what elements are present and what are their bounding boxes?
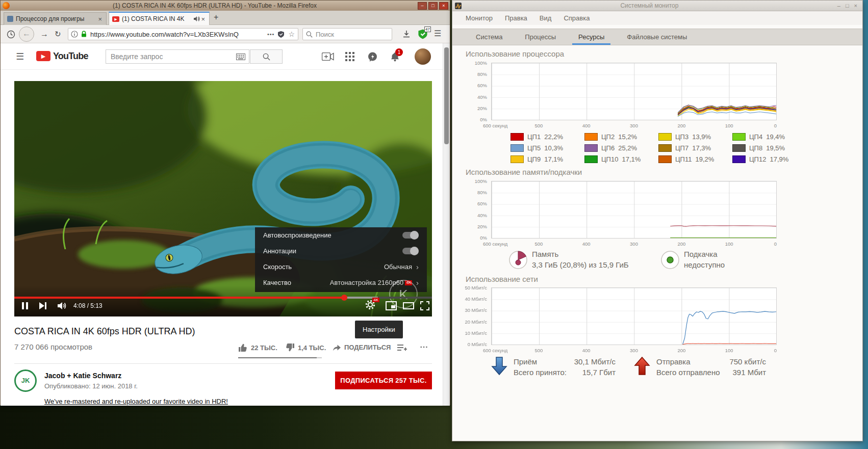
maximize-button[interactable]: □ xyxy=(428,2,438,10)
cpu-legend-item[interactable]: ЦП215,2% xyxy=(584,131,658,142)
pause-button[interactable] xyxy=(21,301,29,310)
extension-shield-icon[interactable] xyxy=(277,31,285,38)
next-button[interactable] xyxy=(39,301,47,310)
tab-close-icon[interactable]: × xyxy=(97,15,103,23)
page-info-icon[interactable] xyxy=(71,31,78,38)
tab-close-icon[interactable]: × xyxy=(200,15,206,23)
save-playlist-icon[interactable] xyxy=(397,344,407,352)
like-button[interactable]: 22 ТЫС. xyxy=(238,343,277,352)
scrollbar-thumb[interactable] xyxy=(444,47,449,144)
url-bar[interactable]: https://www.youtube.com/watch?v=LXb3EKWs… xyxy=(68,28,298,40)
legend-swatch xyxy=(584,133,598,141)
menu-monitor[interactable]: Монитор xyxy=(466,14,493,22)
swap-pie-icon xyxy=(660,250,680,270)
close-button[interactable]: × xyxy=(439,2,448,10)
youtube-logo-text[interactable]: YouTube xyxy=(53,51,88,62)
tab-label: Процессор для проигры xyxy=(16,15,94,22)
guide-hamburger-icon[interactable]: ☰ xyxy=(16,51,24,62)
cpu-legend-item[interactable]: ЦП917,1% xyxy=(510,153,584,165)
legend-swatch xyxy=(510,155,524,163)
cpu-y-axis: 100%80%60%40%20%0% xyxy=(455,63,491,120)
youtube-logo-icon[interactable]: ▶ xyxy=(36,51,50,61)
more-actions-icon[interactable]: ⋯ xyxy=(420,342,428,352)
cpu-legend-item[interactable]: ЦП625,2% xyxy=(584,142,658,153)
theater-mode-button[interactable] xyxy=(403,301,414,310)
minimize-button[interactable]: – xyxy=(837,3,840,9)
channel-avatar[interactable]: JK xyxy=(14,369,37,392)
account-avatar[interactable] xyxy=(415,48,431,65)
cpu-legend-item[interactable]: ЦП819,5% xyxy=(732,142,806,153)
notification-badge: 1 xyxy=(395,48,403,56)
cpu-legend-item[interactable]: ЦП419,4% xyxy=(732,131,806,142)
forward-button[interactable]: → xyxy=(40,30,48,39)
cpu-legend-item[interactable]: ЦП510,3% xyxy=(510,142,584,153)
bookmark-star-icon[interactable]: ☆ xyxy=(288,30,295,38)
cpu-legend-item[interactable]: ЦП122,2% xyxy=(510,131,584,142)
navigation-bar: ← → ↻ https://www.youtube.com/watch?v=LX… xyxy=(1,25,450,43)
progress-bar[interactable] xyxy=(14,297,432,299)
tab-system[interactable]: Система xyxy=(476,29,502,45)
menu-view[interactable]: Вид xyxy=(540,14,552,22)
menu-help[interactable]: Справка xyxy=(564,14,590,22)
reload-button[interactable]: ↻ xyxy=(55,30,61,39)
menu-hamburger-icon[interactable]: ☰ xyxy=(434,29,441,38)
tab-processes[interactable]: Процессы xyxy=(525,29,556,45)
autoplay-toggle[interactable] xyxy=(402,232,419,239)
receive-label: Приём xyxy=(514,357,537,366)
cpu-legend-item[interactable]: ЦП1217,9% xyxy=(732,153,806,165)
cpu-legend-item[interactable]: ЦП313,9% xyxy=(658,131,732,142)
menu-bar: Монитор Правка Вид Справка xyxy=(452,11,862,25)
minimize-button[interactable]: – xyxy=(418,2,427,10)
menu-label: Автовоспроизведение xyxy=(263,231,331,239)
tab-audio-icon[interactable] xyxy=(193,16,200,22)
keyboard-icon[interactable] xyxy=(236,54,245,60)
url-text[interactable]: https://www.youtube.com/watch?v=LXb3EKWs… xyxy=(90,31,264,38)
maximize-button[interactable]: □ xyxy=(846,3,849,9)
cpu-legend-item[interactable]: ЦП1017,1% xyxy=(584,153,658,165)
menu-edit[interactable]: Правка xyxy=(505,14,527,22)
tab-filesystems[interactable]: Файловые системы xyxy=(627,29,687,45)
dislike-button[interactable]: 1,4 ТЫС. xyxy=(285,343,326,352)
settings-gear-button[interactable]: 4K xyxy=(365,300,375,312)
tab-costa-rica-active[interactable]: ▶ (1) COSTA RICA IN 4K × xyxy=(109,12,210,25)
share-icon xyxy=(332,343,341,351)
new-tab-button[interactable]: + xyxy=(214,13,218,22)
youtube-search-input[interactable]: Введите запрос xyxy=(106,49,249,64)
miniplayer-button[interactable] xyxy=(386,301,397,310)
history-icon[interactable] xyxy=(7,30,15,39)
tab-resources[interactable]: Ресурсы xyxy=(578,29,604,45)
time-display: 4:08 / 5:13 xyxy=(73,302,103,309)
subscribe-button[interactable]: ПОДПИСАТЬСЯ 257 ТЫС. xyxy=(335,372,432,389)
page-actions-icon[interactable]: ••• xyxy=(267,31,275,37)
fullscreen-button[interactable] xyxy=(420,301,429,310)
video-description[interactable]: We've re-mastered and re-uploaded our fa… xyxy=(44,398,228,405)
download-icon[interactable] xyxy=(402,30,411,38)
apps-grid-icon[interactable] xyxy=(345,52,354,61)
upload-video-icon[interactable] xyxy=(322,52,334,61)
messages-icon[interactable] xyxy=(368,52,377,62)
notifications-bell-icon[interactable]: 1 xyxy=(390,51,400,64)
video-player[interactable]: Автовоспроизведение Аннотации Скорость О… xyxy=(14,81,432,316)
cpu-legend-item[interactable]: ЦП1119,2% xyxy=(658,153,732,165)
browser-search-box[interactable]: Поиск xyxy=(302,28,392,40)
cpu-legend-item[interactable]: ЦП717,3% xyxy=(658,142,732,153)
legend-swatch xyxy=(658,155,672,163)
tab-processor-article[interactable]: Процессор для проигры × xyxy=(4,12,107,25)
share-button[interactable]: ПОДЕЛИТЬСЯ xyxy=(332,343,391,351)
adblock-shield-icon[interactable]: 47 xyxy=(418,29,429,40)
sysmon-titlebar[interactable]: Системный монитор – □ × xyxy=(452,1,862,11)
youtube-search-button[interactable] xyxy=(250,49,283,64)
firefox-titlebar[interactable]: (1) COSTA RICA IN 4K 60fps HDR (ULTRA HD… xyxy=(1,1,450,11)
progress-scrubber[interactable] xyxy=(341,295,347,301)
channel-name[interactable]: Jacob + Katie Schwarz xyxy=(44,372,121,380)
page-scrollbar[interactable] xyxy=(443,43,450,406)
menu-item-speed[interactable]: Скорость Обычная› xyxy=(255,259,427,275)
volume-button[interactable] xyxy=(57,301,67,310)
menu-item-annotations[interactable]: Аннотации xyxy=(255,243,427,259)
cpu-legend: ЦП122,2% ЦП215,2% ЦП313,9% ЦП419,4% ЦП51… xyxy=(510,131,806,165)
back-button[interactable]: ← xyxy=(19,27,34,42)
annotations-toggle[interactable] xyxy=(402,248,419,254)
close-button[interactable]: × xyxy=(854,3,857,9)
tab-strip: Система Процессы Ресурсы Файловые систем… xyxy=(452,29,862,45)
menu-item-autoplay[interactable]: Автовоспроизведение xyxy=(255,227,427,243)
